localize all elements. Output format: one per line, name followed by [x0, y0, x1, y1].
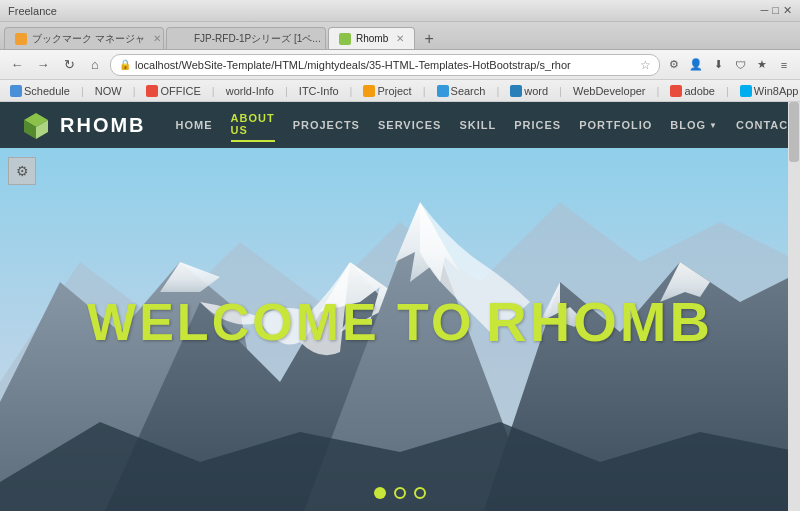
- tab-fjp[interactable]: FJP-RFD-1Pシリーズ [1ペ... ✕: [166, 27, 326, 49]
- hero-content: WELCOME TO RHOMB: [87, 259, 713, 354]
- logo-icon: [20, 109, 52, 141]
- nav-contact[interactable]: CONTACT: [736, 115, 796, 135]
- bm-office[interactable]: OFFICE: [142, 84, 204, 98]
- logo-text: RHOMB: [60, 114, 146, 137]
- bm-sep-9: |: [657, 85, 660, 97]
- bm-project[interactable]: Project: [359, 84, 415, 98]
- tab-favicon-rhomb: [339, 33, 351, 45]
- url-bar[interactable]: 🔒 localhost/WebSite-Template/HTML/mighty…: [110, 54, 660, 76]
- bm-schedule[interactable]: Schedule: [6, 84, 74, 98]
- bm-sep-3: |: [212, 85, 215, 97]
- website-content: RHOMB HOME ABOUT US PROJECTS SERVICES SK…: [0, 102, 800, 511]
- shield-icon[interactable]: 🛡: [730, 55, 750, 75]
- title-bar-text: Freelance: [8, 5, 57, 17]
- gear-icon: ⚙: [16, 163, 29, 179]
- browser-frame: Freelance ─ □ ✕ ブックマーク マネージャ ✕ FJP-RFD-1…: [0, 0, 800, 511]
- bm-word-label: word: [524, 85, 548, 97]
- extensions-icon[interactable]: ⚙: [664, 55, 684, 75]
- profile-icon[interactable]: 👤: [686, 55, 706, 75]
- bm-now[interactable]: NOW: [91, 84, 126, 98]
- nav-services[interactable]: SERVICES: [378, 115, 441, 135]
- tab-bar: ブックマーク マネージャ ✕ FJP-RFD-1Pシリーズ [1ペ... ✕ R…: [0, 22, 800, 50]
- nav-home[interactable]: HOME: [176, 115, 213, 135]
- bm-itc[interactable]: ITC-Info: [295, 84, 343, 98]
- site-header: RHOMB HOME ABOUT US PROJECTS SERVICES SK…: [0, 102, 800, 148]
- bm-webdev-label: WebDeveloper: [573, 85, 646, 97]
- reload-button[interactable]: ↻: [58, 54, 80, 76]
- slider-dots: [374, 487, 426, 499]
- scrollbar-thumb[interactable]: [789, 102, 799, 162]
- slider-dot-1[interactable]: [374, 487, 386, 499]
- title-bar: Freelance ─ □ ✕: [0, 0, 800, 22]
- download-icon[interactable]: ⬇: [708, 55, 728, 75]
- bm-sep-7: |: [496, 85, 499, 97]
- bm-win8-icon: [740, 85, 752, 97]
- bm-itc-label: ITC-Info: [299, 85, 339, 97]
- hero-section: RHOMB HOME ABOUT US PROJECTS SERVICES SK…: [0, 102, 800, 511]
- bm-office-label: OFFICE: [160, 85, 200, 97]
- bm-search[interactable]: Search: [433, 84, 490, 98]
- nav-prices[interactable]: PRICES: [514, 115, 561, 135]
- bm-word[interactable]: word: [506, 84, 552, 98]
- back-button[interactable]: ←: [6, 54, 28, 76]
- bm-sep-1: |: [81, 85, 84, 97]
- tab-label-rhomb: Rhomb: [356, 33, 388, 44]
- bm-now-label: NOW: [95, 85, 122, 97]
- nav-icons: ⚙ 👤 ⬇ 🛡 ★ ≡: [664, 55, 794, 75]
- new-tab-button[interactable]: +: [419, 29, 439, 49]
- bm-word-icon: [510, 85, 522, 97]
- scrollbar[interactable]: [788, 102, 800, 511]
- forward-button[interactable]: →: [32, 54, 54, 76]
- gear-overlay-button[interactable]: ⚙: [8, 157, 36, 185]
- dropdown-arrow-icon: ▼: [709, 121, 718, 130]
- nav-about[interactable]: ABOUT US: [231, 108, 275, 142]
- lock-icon: 🔒: [119, 59, 131, 70]
- nav-blog[interactable]: BLOG ▼: [670, 115, 718, 135]
- bookmarks-bar: Schedule | NOW | OFFICE | world-Info | I…: [0, 80, 800, 102]
- bookmark-star-icon[interactable]: ☆: [640, 58, 651, 72]
- bookmark-icon[interactable]: ★: [752, 55, 772, 75]
- bm-win8-label: Win8App: [754, 85, 799, 97]
- tab-bookmarks[interactable]: ブックマーク マネージャ ✕: [4, 27, 164, 49]
- menu-icon[interactable]: ≡: [774, 55, 794, 75]
- nav-projects[interactable]: PROJECTS: [293, 115, 360, 135]
- bm-win8[interactable]: Win8App: [736, 84, 800, 98]
- bm-schedule-icon: [10, 85, 22, 97]
- bm-world-label: world-Info: [226, 85, 274, 97]
- tab-close-rhomb[interactable]: ✕: [396, 33, 404, 44]
- slider-dot-2[interactable]: [394, 487, 406, 499]
- close-btn[interactable]: ✕: [783, 4, 792, 17]
- url-text: localhost/WebSite-Template/HTML/mightyde…: [135, 59, 636, 71]
- bm-world[interactable]: world-Info: [222, 84, 278, 98]
- bm-sep-5: |: [350, 85, 353, 97]
- site-nav: HOME ABOUT US PROJECTS SERVICES SKILL PR…: [176, 108, 796, 142]
- bm-adobe-label: adobe: [684, 85, 715, 97]
- bm-sep-4: |: [285, 85, 288, 97]
- bm-project-icon: [363, 85, 375, 97]
- site-logo[interactable]: RHOMB: [20, 109, 146, 141]
- nav-bar: ← → ↻ ⌂ 🔒 localhost/WebSite-Template/HTM…: [0, 50, 800, 80]
- bm-adobe[interactable]: adobe: [666, 84, 719, 98]
- minimize-btn[interactable]: ─: [761, 4, 769, 17]
- slider-dot-3[interactable]: [414, 487, 426, 499]
- window-controls[interactable]: ─ □ ✕: [761, 4, 792, 17]
- bm-office-icon: [146, 85, 158, 97]
- bm-sep-8: |: [559, 85, 562, 97]
- home-button[interactable]: ⌂: [84, 54, 106, 76]
- tab-label-bookmarks: ブックマーク マネージャ: [32, 32, 145, 46]
- bm-sep-10: |: [726, 85, 729, 97]
- bm-sep-2: |: [133, 85, 136, 97]
- bm-search-icon: [437, 85, 449, 97]
- tab-close-bookmarks[interactable]: ✕: [153, 33, 161, 44]
- hero-title: WELCOME TO RHOMB: [87, 289, 713, 354]
- tab-favicon-fjp: [177, 33, 189, 45]
- bm-search-label: Search: [451, 85, 486, 97]
- nav-skill[interactable]: SKILL: [459, 115, 496, 135]
- bm-project-label: Project: [377, 85, 411, 97]
- nav-portfolio[interactable]: PORTFOLIO: [579, 115, 652, 135]
- hero-welcome-text: WELCOME TO: [87, 292, 474, 352]
- maximize-btn[interactable]: □: [772, 4, 779, 17]
- tab-rhomb[interactable]: Rhomb ✕: [328, 27, 415, 49]
- bm-webdev[interactable]: WebDeveloper: [569, 84, 650, 98]
- tab-favicon-bookmarks: [15, 33, 27, 45]
